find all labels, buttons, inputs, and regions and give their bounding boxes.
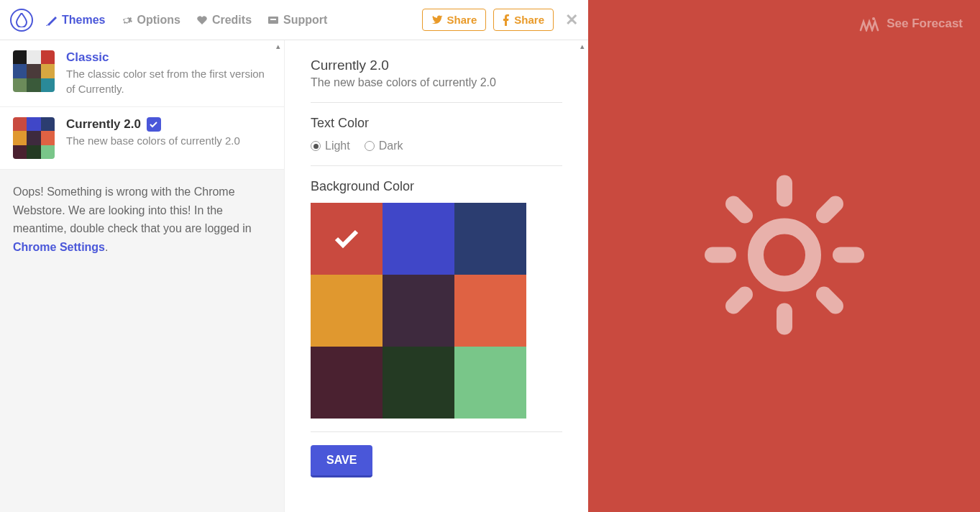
app-logo[interactable] [10, 9, 33, 32]
gear-icon [121, 14, 132, 26]
theme-desc: The new base colors of currently 2.0 [66, 133, 271, 148]
svg-point-3 [756, 227, 813, 284]
sun-icon [698, 169, 871, 344]
nav-label: Themes [62, 14, 105, 27]
text-color-option-light[interactable]: Light [311, 140, 350, 152]
svg-rect-1 [270, 19, 276, 20]
theme-list: ClassicThe classic color set from the fi… [0, 40, 284, 170]
svg-line-8 [733, 204, 745, 216]
preview-pane: See Forecast [588, 0, 980, 512]
bg-color-swatch[interactable] [383, 347, 454, 419]
nav-label: Credits [212, 14, 252, 27]
bg-color-swatch[interactable] [311, 203, 383, 275]
detail-desc: The new base colors of currently 2.0 [311, 76, 562, 89]
theme-item[interactable]: Currently 2.0The new base colors of curr… [0, 107, 284, 170]
scroll-up-arrow[interactable]: ▴ [578, 42, 587, 50]
chrome-settings-link[interactable]: Chrome Settings [13, 241, 105, 253]
radio-dot [311, 141, 321, 151]
share-label: Share [447, 14, 477, 26]
bg-color-swatch[interactable] [311, 347, 383, 419]
wu-logo-icon [859, 16, 879, 32]
bg-color-swatch[interactable] [383, 275, 454, 347]
bg-color-swatch[interactable] [454, 275, 526, 347]
theme-swatch [13, 50, 55, 92]
webstore-error: Oops! Something is wrong with the Chrome… [0, 170, 284, 512]
share-facebook-button[interactable]: Share [493, 9, 554, 31]
brush-icon [46, 14, 58, 26]
svg-line-11 [824, 204, 835, 216]
divider [311, 431, 562, 432]
share-twitter-button[interactable]: Share [422, 9, 487, 31]
error-text: Oops! Something is wrong with the Chrome… [13, 186, 252, 234]
bg-color-swatch[interactable] [454, 347, 526, 419]
radio-dot [365, 141, 375, 151]
topbar: Themes Options Credits Support [0, 0, 588, 40]
radio-label: Light [325, 140, 350, 152]
detail-title: Currently 2.0 [311, 58, 562, 73]
theme-sidebar: ▴ ClassicThe classic color set from the … [0, 40, 285, 512]
nav: Themes Options Credits Support [46, 14, 327, 27]
twitter-icon [431, 15, 443, 25]
theme-swatch [13, 117, 55, 159]
scroll-up-arrow[interactable]: ▴ [274, 42, 283, 50]
svg-point-2 [872, 17, 875, 20]
settings-pane: Themes Options Credits Support [0, 0, 588, 512]
nav-options[interactable]: Options [121, 14, 180, 27]
nav-themes[interactable]: Themes [46, 14, 105, 27]
theme-title: Currently 2.0 [66, 117, 271, 132]
text-color-label: Text Color [311, 116, 562, 131]
radio-label: Dark [379, 140, 403, 152]
save-button[interactable]: SAVE [311, 445, 372, 477]
see-forecast-link[interactable]: See Forecast [859, 16, 963, 32]
share-label: Share [514, 14, 544, 26]
theme-desc: The classic color set from the first ver… [66, 66, 271, 96]
theme-detail: ▴ Currently 2.0 The new base colors of c… [285, 40, 588, 512]
forecast-label: See Forecast [887, 17, 963, 31]
bg-color-swatch[interactable] [383, 203, 454, 275]
nav-label: Options [137, 14, 180, 27]
divider [311, 165, 562, 166]
svg-line-9 [824, 295, 835, 306]
text-color-group: LightDark [311, 140, 562, 152]
bg-color-swatch[interactable] [454, 203, 526, 275]
close-button[interactable]: ✕ [565, 11, 578, 29]
nav-label: Support [283, 14, 327, 27]
divider [311, 102, 562, 103]
heart-icon [196, 14, 208, 26]
topbar-right: Share Share ✕ [422, 9, 578, 31]
selected-check-icon [147, 117, 161, 132]
text-color-option-dark[interactable]: Dark [365, 140, 403, 152]
svg-line-10 [733, 295, 745, 306]
check-icon [334, 229, 360, 249]
theme-title: Classic [66, 50, 271, 65]
bg-color-label: Background Color [311, 179, 562, 194]
bg-color-grid [311, 203, 562, 419]
facebook-icon [503, 14, 510, 26]
nav-support[interactable]: Support [267, 14, 327, 27]
support-icon [267, 14, 279, 26]
bg-color-swatch[interactable] [311, 275, 383, 347]
nav-credits[interactable]: Credits [196, 14, 252, 27]
theme-item[interactable]: ClassicThe classic color set from the fi… [0, 40, 284, 107]
